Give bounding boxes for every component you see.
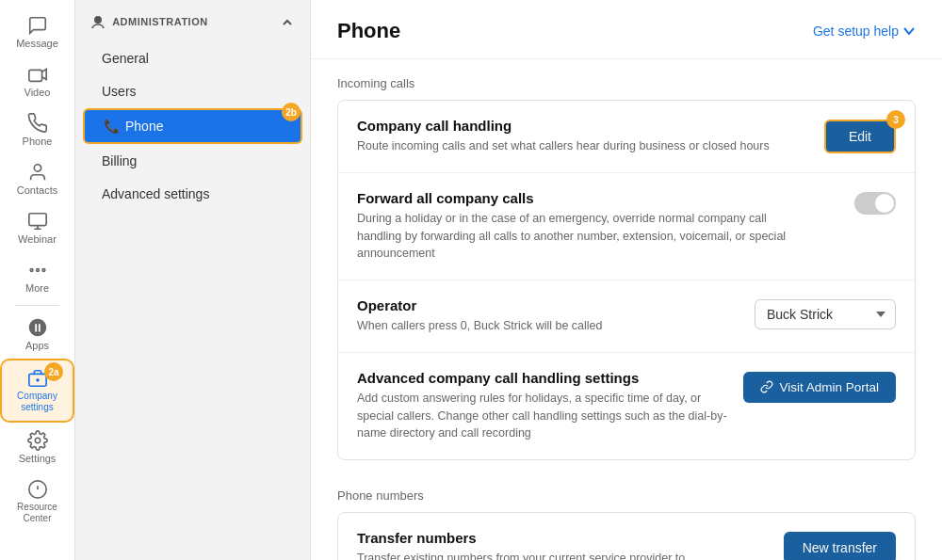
page-title: Phone <box>337 19 400 43</box>
admin-icon <box>90 15 106 30</box>
incoming-calls-label: Incoming calls <box>311 59 942 100</box>
incoming-calls-card: Company call handling Route incoming cal… <box>337 100 916 460</box>
message-icon <box>27 15 48 36</box>
admin-header: Administration <box>75 15 310 41</box>
forward-all-text: Forward all company calls During a holid… <box>357 190 809 263</box>
contacts-icon <box>27 162 48 183</box>
admin-nav-users[interactable]: Users <box>83 75 302 107</box>
sidebar-item-settings[interactable]: Settings <box>0 423 74 472</box>
phone-icon <box>27 113 48 134</box>
admin-header-label: Administration <box>90 15 208 30</box>
forward-all-toggle[interactable] <box>854 192 896 215</box>
operator-row: Operator When callers press 0, Buck Stri… <box>338 280 915 352</box>
svg-point-9 <box>35 438 41 443</box>
sidebar-divider <box>15 305 59 306</box>
setup-help-link[interactable]: Get setup help <box>813 24 916 39</box>
admin-nav-general[interactable]: General <box>83 42 302 74</box>
sidebar-label-contacts: Contacts <box>17 184 57 196</box>
main-header: Phone Get setup help <box>311 0 942 59</box>
admin-nav-billing[interactable]: Billing <box>83 145 302 177</box>
sidebar-label-message: Message <box>16 38 58 49</box>
sidebar-label-resource-center: ResourceCenter <box>17 502 57 524</box>
operator-select[interactable]: Buck Strick <box>755 299 896 329</box>
sidebar-label-more: More <box>25 282 49 294</box>
transfer-numbers-title: Transfer numbers <box>357 530 685 546</box>
operator-action: Buck Strick <box>755 299 896 329</box>
phone-nav-badge: 2b <box>282 103 300 121</box>
sidebar-label-apps: Apps <box>25 340 49 351</box>
sidebar-label-video: Video <box>24 87 51 98</box>
company-call-handling-title: Company call handling <box>357 118 770 134</box>
company-call-handling-text: Company call handling Route incoming cal… <box>357 118 770 155</box>
svg-point-11 <box>95 17 101 23</box>
transfer-numbers-row: Transfer numbers Transfer existing numbe… <box>338 513 915 560</box>
apps-icon <box>27 317 48 338</box>
sidebar-item-phone[interactable]: Phone <box>0 105 74 154</box>
video-icon <box>27 64 48 85</box>
sidebar-item-apps[interactable]: Apps <box>0 310 74 359</box>
advanced-call-handling-action: Visit Admin Portal <box>743 372 896 403</box>
transfer-numbers-action: New transfer <box>784 532 896 560</box>
forward-all-desc: During a holiday or in the case of an em… <box>357 210 809 263</box>
sidebar-item-webinar[interactable]: Webinar <box>0 203 74 252</box>
advanced-call-handling-text: Advanced company call handling settings … <box>357 370 728 442</box>
settings-icon <box>27 430 48 451</box>
sidebar-item-more[interactable]: More <box>0 252 74 301</box>
sidebar: Message Video Phone Contacts Webinar Mor… <box>0 0 75 560</box>
collapse-icon[interactable] <box>280 15 295 30</box>
edit-button[interactable]: Edit <box>824 120 896 153</box>
edit-badge: 3 <box>886 110 905 129</box>
advanced-call-handling-row: Advanced company call handling settings … <box>338 352 915 459</box>
edit-btn-wrapper: Edit 3 <box>824 120 896 153</box>
svg-rect-2 <box>28 214 45 226</box>
company-call-handling-desc: Route incoming calls and set what caller… <box>357 137 770 155</box>
sidebar-item-message[interactable]: Message <box>0 8 74 56</box>
svg-rect-0 <box>28 70 41 81</box>
sidebar-item-contacts[interactable]: Contacts <box>0 154 74 203</box>
forward-all-action <box>854 192 896 215</box>
visit-admin-portal-button[interactable]: Visit Admin Portal <box>743 372 896 403</box>
sidebar-item-resource-center[interactable]: ResourceCenter <box>0 472 74 532</box>
advanced-call-handling-desc: Add custom answering rules for holidays,… <box>357 390 728 442</box>
company-settings-badge: 2a <box>44 362 63 381</box>
operator-title: Operator <box>357 297 603 313</box>
forward-all-title: Forward all company calls <box>357 190 809 206</box>
svg-point-3 <box>30 269 33 272</box>
resource-center-icon <box>27 479 48 500</box>
more-icon <box>27 260 48 280</box>
chevron-down-icon <box>902 24 916 38</box>
link-icon <box>760 380 773 393</box>
transfer-numbers-text: Transfer numbers Transfer existing numbe… <box>357 530 685 560</box>
admin-nav-phone[interactable]: 📞 Phone 2b <box>83 108 302 144</box>
sidebar-label-webinar: Webinar <box>18 233 57 245</box>
company-call-handling-action: Edit 3 <box>824 120 896 153</box>
sidebar-item-video[interactable]: Video <box>0 56 74 105</box>
operator-text: Operator When callers press 0, Buck Stri… <box>357 297 603 335</box>
forward-all-row: Forward all company calls During a holid… <box>338 172 915 280</box>
sidebar-label-phone: Phone <box>23 136 53 147</box>
admin-nav: Administration General Users 📞 Phone 2b … <box>75 0 311 560</box>
admin-nav-advanced[interactable]: Advanced settings <box>83 178 302 210</box>
phone-icon-small: 📞 <box>104 119 120 134</box>
svg-point-5 <box>42 269 45 272</box>
sidebar-item-company-settings[interactable]: 2a Companysettings <box>0 359 74 423</box>
advanced-call-handling-title: Advanced company call handling settings <box>357 370 728 386</box>
svg-point-4 <box>36 269 39 272</box>
phone-numbers-label: Phone numbers <box>311 472 942 512</box>
operator-desc: When callers press 0, Buck Strick will b… <box>357 317 603 335</box>
webinar-icon <box>27 211 48 232</box>
transfer-numbers-desc: Transfer existing numbers from your curr… <box>357 550 685 560</box>
new-transfer-button[interactable]: New transfer <box>784 532 896 560</box>
phone-numbers-card: Transfer numbers Transfer existing numbe… <box>337 512 916 560</box>
sidebar-label-company-settings: Companysettings <box>17 391 57 413</box>
main-content: Phone Get setup help Incoming calls Comp… <box>311 0 942 560</box>
sidebar-label-settings: Settings <box>19 453 57 464</box>
company-call-handling-row: Company call handling Route incoming cal… <box>338 101 915 172</box>
svg-point-1 <box>34 165 41 171</box>
